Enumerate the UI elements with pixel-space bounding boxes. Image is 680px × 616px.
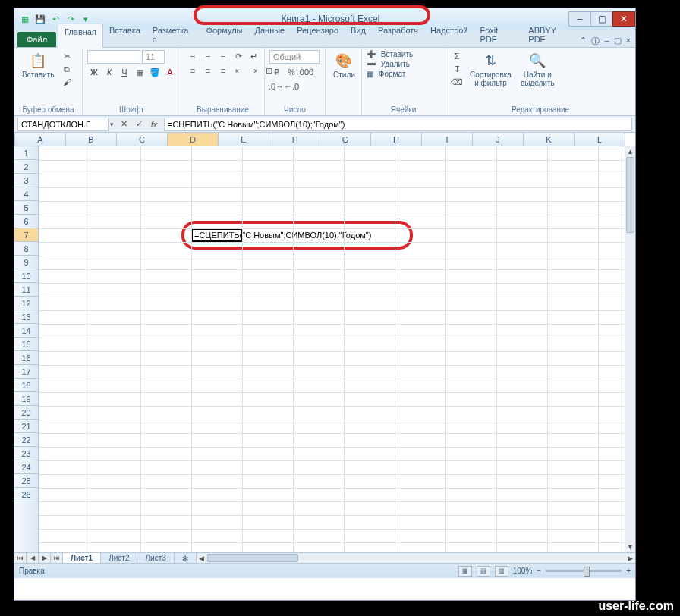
borders-icon[interactable]: ▦ [133,66,146,78]
row-header[interactable]: 1 [14,146,38,160]
clear-icon[interactable]: ⌫ [450,76,464,88]
active-cell[interactable]: =СЦЕПИТЬ("С Новым";СИМВОЛ(10);"Годом") [191,228,242,242]
ribbon-tab[interactable]: Вставка [103,23,146,47]
column-header[interactable]: C [117,133,168,146]
row-header[interactable]: 8 [14,242,38,256]
bold-button[interactable]: Ж [87,66,101,78]
ribbon-tab[interactable]: Данные [248,23,291,47]
maximize-button[interactable]: ▢ [590,11,613,27]
sheet-nav-button[interactable]: ▶ [39,553,51,564]
new-sheet-button[interactable]: ✻ [175,553,197,563]
row-header[interactable]: 3 [14,174,38,187]
row-header[interactable]: 14 [14,324,38,338]
fill-icon[interactable]: ↧ [450,63,464,75]
currency-icon[interactable]: ₽ [269,66,283,78]
indent-increase-icon[interactable]: ⇥ [247,64,260,77]
name-box-dropdown-icon[interactable]: ▾ [110,121,114,128]
row-header[interactable]: 25 [14,474,38,488]
row-header[interactable]: 19 [14,392,38,406]
find-select-button[interactable]: 🔍 Найти и выделить [518,50,558,89]
row-header[interactable]: 9 [14,256,38,269]
row-header[interactable]: 11 [14,283,38,297]
zoom-level[interactable]: 100% [513,567,533,575]
column-header[interactable]: L [575,133,625,146]
sheet-tab[interactable]: Лист2 [101,553,137,564]
number-format-dropdown[interactable]: Общий [269,50,320,64]
align-top-icon[interactable]: ≡ [186,50,200,62]
column-header[interactable]: B [66,133,117,146]
align-bottom-icon[interactable]: ≡ [216,50,230,62]
row-header[interactable]: 6 [14,215,38,228]
font-color-icon[interactable]: A [163,66,177,78]
align-right-icon[interactable]: ≡ [216,64,230,77]
increase-decimal-icon[interactable]: .0→ [269,80,283,93]
align-middle-icon[interactable]: ≡ [201,50,215,62]
help-icon[interactable]: ⓘ [591,36,600,47]
delete-cells-button[interactable]: ➖ Удалить [367,60,410,68]
column-header[interactable]: D [168,133,219,146]
insert-cells-button[interactable]: ➕ Вставить [367,50,413,58]
ribbon-tab[interactable]: Надстрой [424,23,474,47]
zoom-slider[interactable] [546,570,622,572]
row-header[interactable]: 5 [14,201,38,215]
column-header[interactable]: F [269,133,320,146]
vertical-scrollbar[interactable]: ▲ ▼ [625,146,635,552]
ribbon-minimize-icon[interactable]: ⌃ [580,36,587,47]
worksheet-grid[interactable]: ABCDEFGHIJKL 123456789101112131415161718… [14,133,635,563]
column-header[interactable]: E [219,133,269,146]
insert-function-button[interactable]: fx [147,118,161,131]
sort-filter-button[interactable]: ⇅ Сортировка и фильтр [467,50,515,89]
row-header[interactable]: 23 [14,447,38,460]
file-tab[interactable]: Файл [17,32,56,47]
comma-icon[interactable]: 000 [300,66,313,78]
mdi-close-icon[interactable]: × [626,36,631,47]
format-painter-icon[interactable]: 🖌 [60,76,74,88]
page-break-view-button[interactable]: ▥ [495,566,508,577]
ribbon-tab[interactable]: Формулы [200,23,249,47]
enter-formula-button[interactable]: ✓ [132,118,146,131]
font-size-dropdown[interactable]: 11 [142,50,165,64]
zoom-out-button[interactable]: − [537,567,541,575]
row-header[interactable]: 26 [14,488,38,501]
vscroll-thumb[interactable] [626,157,634,233]
font-name-dropdown[interactable] [87,50,140,64]
ribbon-tab[interactable]: Разметка с [146,23,200,47]
column-header[interactable]: G [320,133,371,146]
wrap-text-icon[interactable]: ↵ [247,50,260,62]
mdi-restore-icon[interactable]: ▢ [614,36,622,47]
ribbon-tab[interactable]: Вид [345,23,372,47]
row-header[interactable]: 10 [14,269,38,283]
cells-area[interactable]: =СЦЕПИТЬ("С Новым";СИМВОЛ(10);"Годом") [39,146,625,552]
align-center-icon[interactable]: ≡ [201,64,215,77]
name-box[interactable]: СТАНДОТКЛОН.Г [17,118,109,131]
row-header[interactable]: 20 [14,406,38,420]
paste-button[interactable]: 📋 Вставить [19,50,57,80]
column-header[interactable]: A [15,133,66,146]
zoom-in-button[interactable]: + [626,567,631,575]
column-header[interactable]: H [371,133,422,146]
horizontal-scrollbar[interactable]: ◀ ▶ [197,553,635,563]
scroll-up-icon[interactable]: ▲ [625,146,635,157]
close-button[interactable]: ✕ [612,11,635,27]
page-layout-view-button[interactable]: ▤ [477,566,490,577]
ribbon-tab[interactable]: Главная [58,24,103,48]
sheet-nav-button[interactable]: ◀ [27,553,39,564]
underline-button[interactable]: Ч [118,66,131,78]
ribbon-tab[interactable]: Foxit PDF [474,23,523,47]
ribbon-tab[interactable]: Рецензиро [291,23,345,47]
row-header[interactable]: 2 [14,160,38,174]
column-header[interactable]: I [422,133,473,146]
row-header[interactable]: 21 [14,420,38,433]
row-header[interactable]: 24 [14,460,38,474]
hscroll-thumb[interactable] [207,554,298,562]
orientation-icon[interactable]: ⟳ [231,50,245,62]
cancel-formula-button[interactable]: ✕ [117,118,131,131]
sheet-tab[interactable]: Лист3 [137,553,174,564]
row-header[interactable]: 4 [14,187,38,201]
sheet-nav-button[interactable]: ⏭ [51,553,63,564]
scroll-right-icon[interactable]: ▶ [625,553,635,563]
save-icon[interactable]: 💾 [34,13,46,25]
sheet-tab[interactable]: Лист1 [63,553,101,564]
formula-bar[interactable]: =СЦЕПИТЬ("С Новым";СИМВОЛ(10);"Годом") [164,118,632,131]
normal-view-button[interactable]: ▦ [458,566,472,577]
